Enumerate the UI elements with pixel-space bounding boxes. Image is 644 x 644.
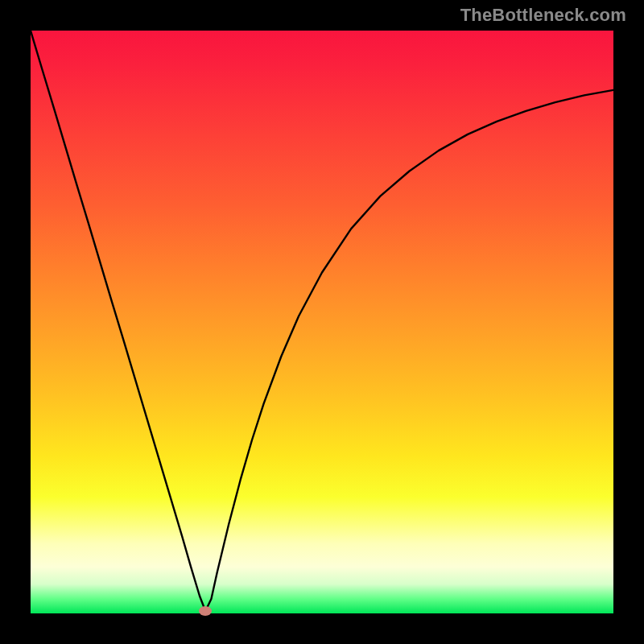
watermark-text: TheBottleneck.com	[460, 5, 626, 26]
bottleneck-curve	[31, 31, 613, 611]
chart-frame: TheBottleneck.com	[0, 0, 644, 644]
curve-svg	[31, 31, 613, 613]
minimum-marker	[199, 606, 212, 616]
plot-area	[31, 31, 613, 613]
